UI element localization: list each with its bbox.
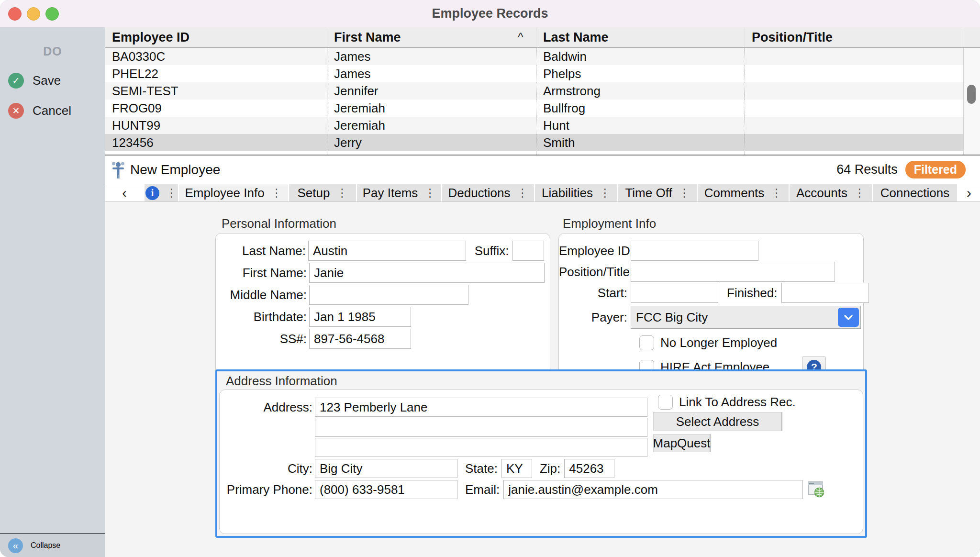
tab-employee-info[interactable]: Employee Info⋮ [179,184,288,201]
cancel-label: Cancel [33,103,71,118]
select-address-button[interactable]: Select Address [653,412,782,431]
suffix-field[interactable] [512,241,544,261]
open-in-browser-icon[interactable] [808,481,825,498]
column-header-position[interactable]: Position/Title [745,27,964,47]
cell-first-name: Jennifer [327,82,536,100]
payer-label: Payer: [559,310,627,325]
employee-id-label: Employee ID: [559,244,627,258]
ssn-field[interactable]: 897-56-4568 [309,329,411,349]
birthdate-field[interactable]: Jan 1 1985 [309,307,411,327]
column-header-first-name[interactable]: First Name^ [327,27,536,47]
dropdown-chevron-icon [838,308,859,327]
title-bar: Employee Records [0,0,980,28]
tab-menu-dots-icon[interactable]: ⋮ [679,187,690,200]
tab-comments[interactable]: Comments⋮ [698,184,789,201]
table-body: BA0330C James Baldwin PHEL22 James Phelp… [105,48,980,155]
address-info-box: Address: 123 Pemberly Lane City: Big Cit… [219,390,863,534]
city-label: City: [220,461,312,476]
save-button[interactable]: ✓ Save [0,73,105,89]
email-field[interactable]: janie.austin@example.com [503,480,803,499]
birthdate-label: Birthdate: [216,310,307,324]
cell-last-name: Bullfrog [536,100,745,117]
tab-setup[interactable]: Setup⋮ [289,184,356,201]
cell-last-name: Armstrong [536,82,745,100]
minimize-window-button[interactable] [27,7,40,21]
tab-liabilities[interactable]: Liabilities⋮ [535,184,617,201]
action-sidebar: DO ✓ Save ✕ Cancel « Collapse [0,27,106,557]
tab-accounts[interactable]: Accounts⋮ [790,184,872,201]
table-row-selected[interactable]: 123456 Jerry Smith [105,134,980,151]
cancel-x-icon: ✕ [8,103,24,119]
tab-menu-dots-icon[interactable]: ⋮ [600,187,611,200]
tab-menu-dots-icon[interactable]: ⋮ [336,187,347,200]
primary-phone-field[interactable]: (800) 633-9581 [315,480,457,499]
tab-time-off[interactable]: Time Off⋮ [618,184,697,201]
cell-position [745,100,964,117]
start-label: Start: [559,286,627,301]
collapse-chevrons-icon: « [8,538,23,553]
tab-menu-dots-icon[interactable]: ⋮ [271,187,282,200]
tab-menu-dots-icon[interactable]: ⋮ [854,187,865,200]
tab-deductions[interactable]: Deductions⋮ [442,184,534,201]
cell-first-name: Jeremiah [327,100,536,117]
address-line2-field[interactable] [315,418,647,437]
column-header-employee-id[interactable]: Employee ID [105,27,327,47]
no-longer-employed-label: No Longer Employed [660,335,777,350]
tab-menu-dots-icon[interactable]: ⋮ [424,187,435,200]
employment-info-group: Employee ID: Position/Title: Start: Fini… [558,233,864,389]
tab-record-info[interactable]: i ⋮ [145,184,178,201]
link-to-address-label: Link To Address Rec. [679,395,796,410]
window-controls [8,7,59,21]
tab-pay-items[interactable]: Pay Items⋮ [357,184,441,201]
cell-employee-id: PHEL22 [105,65,327,82]
table-row[interactable]: PHEL22 James Phelps [105,65,980,82]
table-row[interactable]: FROG09 Jeremiah Bullfrog [105,100,980,117]
suffix-label: Suffix: [475,244,509,258]
link-to-address-checkbox[interactable] [658,395,673,410]
record-bar: New Employee 64 Results Filtered [105,156,980,184]
table-row[interactable]: BA0330C James Baldwin [105,48,980,65]
payer-dropdown[interactable]: FCC Big City [631,306,861,329]
tab-menu-dots-icon[interactable]: ⋮ [166,187,177,200]
cell-position [745,117,964,134]
table-row[interactable]: HUNT99 Jeremiah Hunt [105,117,980,134]
tabs-scroll-right-button[interactable]: › [958,184,980,201]
tab-connections[interactable]: Connections [873,184,957,201]
zoom-window-button[interactable] [45,7,59,21]
close-window-button[interactable] [8,7,22,21]
table-row[interactable]: SEMI-TEST Jennifer Armstrong [105,82,980,100]
table-scrollbar-thumb[interactable] [967,85,976,104]
tab-menu-dots-icon[interactable]: ⋮ [517,187,528,200]
column-header-last-name[interactable]: Last Name [536,27,745,47]
zip-field[interactable]: 45263 [564,459,614,478]
save-check-icon: ✓ [8,73,24,89]
address-line3-field[interactable] [315,438,647,457]
first-name-field[interactable]: Janie [309,263,545,283]
cell-last-name: Phelps [536,65,745,82]
cell-last-name: Smith [536,134,745,151]
start-date-field[interactable] [631,283,718,303]
employee-id-field[interactable] [631,241,758,261]
no-longer-employed-checkbox[interactable] [639,335,654,350]
zip-label: Zip: [540,461,560,476]
filtered-badge[interactable]: Filtered [905,161,966,178]
sidebar-header: DO [0,45,105,58]
table-scrollbar[interactable] [963,48,980,155]
middle-name-field[interactable] [309,285,468,305]
address-info-group-highlighted: Address Information Address: 123 Pemberl… [215,369,867,538]
tabs-scroll-left-button[interactable]: ‹ [105,184,144,201]
cell-first-name: Jeremiah [327,117,536,134]
ssn-label: SS#: [216,332,307,346]
position-title-field[interactable] [631,262,835,282]
last-name-field[interactable]: Austin [308,241,466,261]
tab-menu-dots-icon[interactable]: ⋮ [771,187,782,200]
state-field[interactable]: KY [501,459,532,478]
finished-date-field[interactable] [781,283,869,303]
address-line1-field[interactable]: 123 Pemberly Lane [315,398,647,417]
city-field[interactable]: Big City [315,459,457,478]
collapse-sidebar-button[interactable]: « Collapse [0,533,105,557]
cell-first-name: James [327,48,536,65]
mapquest-button[interactable]: MapQuest [653,434,711,452]
cancel-button[interactable]: ✕ Cancel [0,103,105,119]
employee-table: Employee ID First Name^ Last Name Positi… [105,27,980,156]
